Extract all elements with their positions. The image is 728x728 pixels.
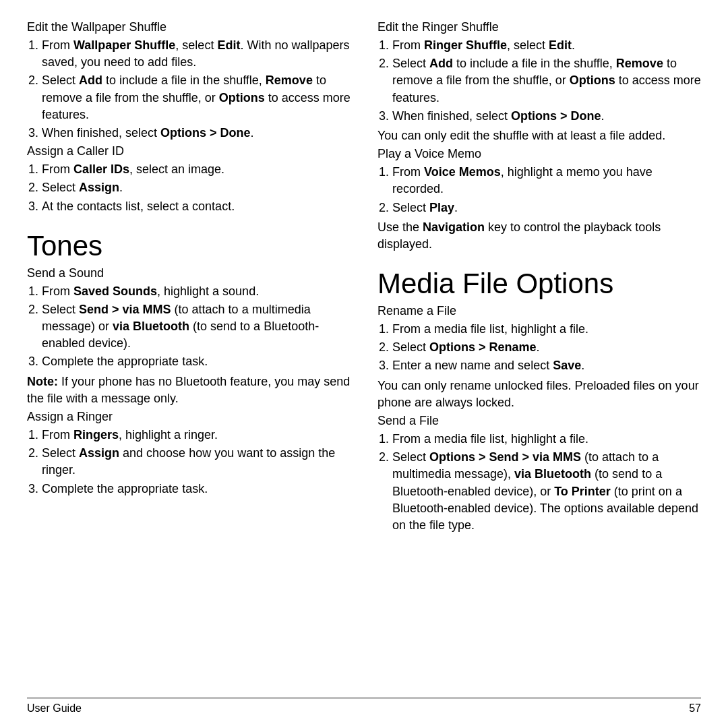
list-item: When finished, select Options > Done. bbox=[392, 108, 701, 125]
list-item: Complete the appropriate task. bbox=[42, 481, 351, 497]
tones-heading: Tones bbox=[27, 230, 351, 262]
edit-wallpaper-heading: Edit the Wallpaper Shuffle bbox=[27, 20, 351, 34]
send-sound-list: From Saved Sounds, highlight a sound. Se… bbox=[42, 283, 351, 371]
send-sound-heading: Send a Sound bbox=[27, 266, 351, 280]
section-assign-caller-id: Assign a Caller ID From Caller IDs, sele… bbox=[27, 144, 351, 218]
section-edit-wallpaper: Edit the Wallpaper Shuffle From Wallpape… bbox=[27, 20, 351, 144]
media-file-options-heading: Media File Options bbox=[377, 268, 701, 300]
columns: Edit the Wallpaper Shuffle From Wallpape… bbox=[27, 20, 701, 691]
section-edit-ringer: Edit the Ringer Shuffle From Ringer Shuf… bbox=[377, 20, 701, 147]
rename-file-note: You can only rename unlocked files. Prel… bbox=[377, 377, 701, 411]
list-item: Enter a new name and select Save. bbox=[392, 357, 701, 374]
send-sound-note: Note: If your phone has no Bluetooth fea… bbox=[27, 373, 351, 407]
list-item: Select Play. bbox=[392, 200, 701, 216]
list-item: From a media file list, highlight a file… bbox=[392, 321, 701, 338]
list-item: From Ringers, highlight a ringer. bbox=[42, 427, 351, 444]
list-item: Select Send > via MMS (to attach to a mu… bbox=[42, 301, 351, 353]
list-item: From Caller IDs, select an image. bbox=[42, 161, 351, 178]
play-voice-memo-list: From Voice Memos, highlight a memo you h… bbox=[392, 164, 701, 216]
list-item: From Voice Memos, highlight a memo you h… bbox=[392, 164, 701, 198]
list-item: At the contacts list, select a contact. bbox=[42, 198, 351, 215]
play-voice-memo-note: Use the Navigation key to control the pl… bbox=[377, 219, 701, 253]
list-item: When finished, select Options > Done. bbox=[42, 125, 351, 142]
assign-ringer-heading: Assign a Ringer bbox=[27, 410, 351, 424]
section-rename-file: Rename a File From a media file list, hi… bbox=[377, 304, 701, 414]
section-assign-ringer: Assign a Ringer From Ringers, highlight … bbox=[27, 410, 351, 500]
assign-caller-id-list: From Caller IDs, select an image. Select… bbox=[42, 161, 351, 215]
section-send-sound: Send a Sound From Saved Sounds, highligh… bbox=[27, 266, 351, 410]
rename-file-heading: Rename a File bbox=[377, 304, 701, 318]
section-send-file: Send a File From a media file list, high… bbox=[377, 414, 701, 537]
play-voice-memo-heading: Play a Voice Memo bbox=[377, 147, 701, 161]
list-item: Select Options > Send > via MMS (to atta… bbox=[392, 449, 701, 534]
list-item: From Saved Sounds, highlight a sound. bbox=[42, 283, 351, 300]
assign-ringer-list: From Ringers, highlight a ringer. Select… bbox=[42, 427, 351, 497]
page: Edit the Wallpaper Shuffle From Wallpape… bbox=[0, 0, 728, 728]
assign-caller-id-heading: Assign a Caller ID bbox=[27, 144, 351, 158]
list-item: From Wallpaper Shuffle, select Edit. Wit… bbox=[42, 37, 351, 71]
edit-ringer-heading: Edit the Ringer Shuffle bbox=[377, 20, 701, 34]
edit-ringer-note: You can only edit the shuffle with at le… bbox=[377, 127, 701, 144]
list-item: From a media file list, highlight a file… bbox=[392, 431, 701, 448]
left-column: Edit the Wallpaper Shuffle From Wallpape… bbox=[27, 20, 351, 691]
section-play-voice-memo: Play a Voice Memo From Voice Memos, high… bbox=[377, 147, 701, 255]
send-file-list: From a media file list, highlight a file… bbox=[392, 431, 701, 534]
list-item: Complete the appropriate task. bbox=[42, 353, 351, 370]
list-item: Select Assign. bbox=[42, 179, 351, 196]
footer: User Guide 57 bbox=[27, 698, 701, 715]
footer-user-guide: User Guide bbox=[27, 702, 82, 715]
right-column: Edit the Ringer Shuffle From Ringer Shuf… bbox=[377, 20, 701, 691]
list-item: Select Add to include a file in the shuf… bbox=[42, 72, 351, 123]
send-file-heading: Send a File bbox=[377, 414, 701, 428]
list-item: Select Assign and choose how you want to… bbox=[42, 445, 351, 479]
edit-wallpaper-list: From Wallpaper Shuffle, select Edit. Wit… bbox=[42, 37, 351, 142]
list-item: From Ringer Shuffle, select Edit. bbox=[392, 37, 701, 54]
list-item: Select Add to include a file in the shuf… bbox=[392, 55, 701, 107]
rename-file-list: From a media file list, highlight a file… bbox=[392, 321, 701, 375]
footer-page-number: 57 bbox=[689, 702, 701, 715]
list-item: Select Options > Rename. bbox=[392, 339, 701, 356]
edit-ringer-list: From Ringer Shuffle, select Edit. Select… bbox=[392, 37, 701, 125]
